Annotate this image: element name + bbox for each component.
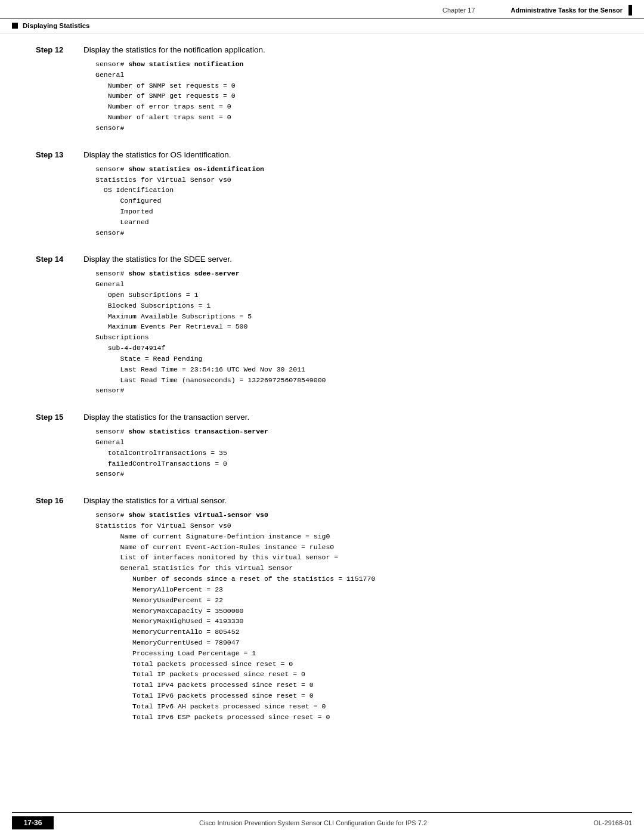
- step-16-content: Display the statistics for a virtual sen…: [83, 496, 620, 722]
- step-12-content: Display the statistics for the notificat…: [83, 45, 620, 134]
- footer-doc-id: OL-29168-01: [572, 819, 632, 826]
- chapter-title: Administrative Tasks for the Sensor: [511, 7, 623, 14]
- section-label: Displaying Statistics: [23, 22, 89, 29]
- step-15-code: sensor# show statistics transaction-serv…: [95, 426, 620, 479]
- page-header: Chapter 17 Administrative Tasks for the …: [0, 0, 644, 18]
- step-13-heading: Display the statistics for OS identifica…: [83, 150, 620, 159]
- step-block-15: Step 15 Display the statistics for the t…: [36, 413, 620, 479]
- section-label-bar: Displaying Statistics: [0, 18, 644, 33]
- step-15-label: Step 15: [36, 413, 83, 479]
- step-13-label: Step 13: [36, 150, 83, 239]
- header-bar: [628, 5, 632, 16]
- step-block-13: Step 13 Display the statistics for OS id…: [36, 150, 620, 239]
- step-14-code: sensor# show statistics sdee-server Gene…: [95, 268, 620, 396]
- code-prompt: sensor#: [95, 428, 128, 435]
- step-block-14: Step 14 Display the statistics for the S…: [36, 255, 620, 396]
- chapter-label: Chapter 17: [442, 7, 475, 14]
- code-prompt: sensor#: [95, 511, 128, 519]
- page-footer: 17-36 Cisco Intrusion Prevention System …: [0, 812, 644, 833]
- footer-center: Cisco Intrusion Prevention System Sensor…: [54, 819, 572, 826]
- footer-content: 17-36 Cisco Intrusion Prevention System …: [0, 813, 644, 833]
- code-command: show statistics transaction-server: [128, 428, 268, 435]
- step-12-heading: Display the statistics for the notificat…: [83, 45, 620, 54]
- step-12-label: Step 12: [36, 45, 83, 134]
- step-14-label: Step 14: [36, 255, 83, 396]
- code-command: show statistics notification: [128, 60, 243, 68]
- step-16-code: sensor# show statistics virtual-sensor v…: [95, 510, 620, 722]
- step-16-heading: Display the statistics for a virtual sen…: [83, 496, 620, 505]
- step-14-content: Display the statistics for the SDEE serv…: [83, 255, 620, 396]
- step-15-content: Display the statistics for the transacti…: [83, 413, 620, 479]
- step-13-code: sensor# show statistics os-identificatio…: [95, 164, 620, 239]
- section-icon: [12, 23, 18, 29]
- step-13-content: Display the statistics for OS identifica…: [83, 150, 620, 239]
- step-12-code: sensor# show statistics notification Gen…: [95, 59, 620, 134]
- step-block-16: Step 16 Display the statistics for a vir…: [36, 496, 620, 722]
- step-16-label: Step 16: [36, 496, 83, 722]
- step-block-12: Step 12 Display the statistics for the n…: [36, 45, 620, 134]
- step-14-heading: Display the statistics for the SDEE serv…: [83, 255, 620, 264]
- code-command: show statistics sdee-server: [128, 270, 239, 277]
- code-command: show statistics os-identification: [128, 165, 264, 173]
- page-number: 17-36: [12, 816, 54, 829]
- step-15-heading: Display the statistics for the transacti…: [83, 413, 620, 422]
- code-command: show statistics virtual-sensor vs0: [128, 511, 268, 519]
- code-prompt: sensor#: [95, 60, 128, 68]
- main-content: Step 12 Display the statistics for the n…: [0, 33, 644, 751]
- code-prompt: sensor#: [95, 270, 128, 277]
- code-prompt: sensor#: [95, 165, 128, 173]
